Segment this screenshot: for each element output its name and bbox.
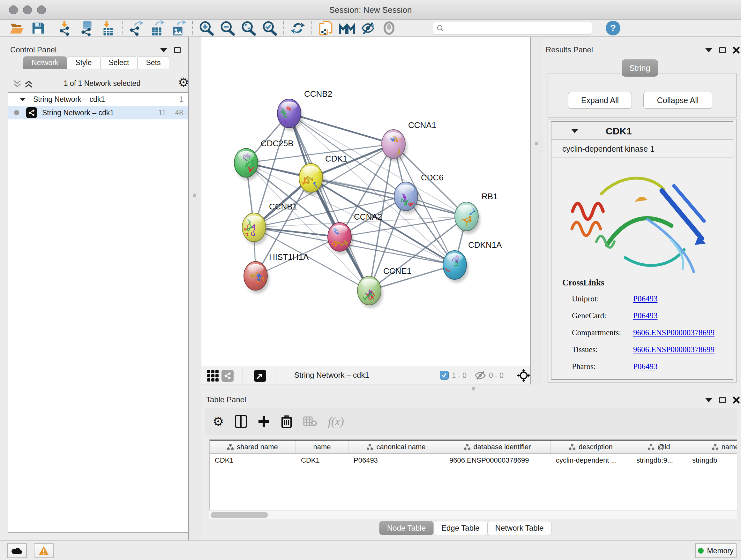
float-panel-icon[interactable] [719, 47, 726, 53]
collapse-panel-icon[interactable] [705, 398, 712, 402]
graph-edge-CCNB2-CCNE1[interactable] [289, 113, 369, 291]
import-network-from-database-button[interactable] [78, 20, 96, 36]
tab-select[interactable]: Select [100, 56, 138, 69]
graph-node-CCNE1[interactable] [357, 276, 383, 308]
network-options-gear-icon[interactable]: ⚙ [178, 75, 189, 89]
refresh-view-button[interactable] [289, 20, 307, 36]
graph-node-CDC25B[interactable] [234, 148, 260, 180]
table-row[interactable]: CDK1CDK1P064939606.ENSP00000378699cyclin… [210, 454, 737, 467]
crosslink-value-link[interactable]: 9606.ENSP00000378699 [633, 328, 715, 337]
window-title: Session: New Session [0, 5, 741, 15]
close-panel-icon[interactable] [733, 396, 740, 403]
column-header-shared-name[interactable]: shared name [210, 441, 296, 453]
open-view-in-window-icon[interactable] [254, 370, 266, 382]
fit-selected-crosshair-icon[interactable] [517, 369, 530, 382]
tab-node-table[interactable]: Node Table [379, 521, 434, 535]
tab-string[interactable]: String [622, 59, 658, 77]
column-header-namespace[interactable]: namespace [687, 441, 737, 453]
import-network-button[interactable] [57, 20, 75, 36]
network-canvas[interactable]: CCNB2CCNA1CDC25BCDK1CDC6RB1CCNB1CCNA2CDK… [201, 37, 530, 366]
selected-count-checkbox[interactable] [440, 371, 449, 380]
zoom-fit-button[interactable] [240, 20, 258, 36]
horizontal-splitter-handle[interactable] [472, 387, 475, 390]
table-cell: P06493 [348, 454, 444, 467]
export-network-button[interactable] [127, 20, 145, 36]
collapse-all-networks-icon[interactable] [13, 80, 22, 88]
import-table-button[interactable] [99, 20, 117, 36]
expand-all-networks-icon[interactable] [24, 80, 33, 88]
collapse-entry-icon[interactable] [571, 129, 578, 133]
string-protein-query-icon[interactable] [338, 20, 356, 36]
graph-node-RB1[interactable] [455, 202, 480, 234]
column-header-database-identifier[interactable]: database identifier [444, 441, 551, 453]
show-columns-icon[interactable] [235, 415, 247, 428]
crosslink-label: GeneCard: [572, 311, 606, 320]
collapse-all-button[interactable]: Collapse All [643, 92, 712, 109]
graph-node-CCNB2[interactable] [277, 99, 303, 131]
graph-edge-CDKN1A-CCNE1[interactable] [369, 265, 455, 291]
graph-node-CCNA2[interactable] [328, 223, 353, 254]
birds-eye-view-icon[interactable] [207, 370, 219, 382]
create-column-icon[interactable] [258, 415, 270, 428]
tab-sets[interactable]: Sets [137, 56, 169, 69]
expand-all-button[interactable]: Expand All [568, 92, 632, 109]
network-row[interactable]: String Network – cdk1 11 48 [8, 106, 191, 119]
delete-column-icon[interactable] [281, 415, 292, 428]
graph-node-CDKN1A[interactable] [439, 251, 468, 283]
shared-column-icon [227, 444, 233, 450]
table-h-scrollbar-thumb[interactable] [211, 512, 268, 518]
tab-edge-table[interactable]: Edge Table [433, 521, 488, 535]
crosslink-value-link[interactable]: P06493 [633, 362, 657, 371]
open-session-button[interactable] [8, 20, 26, 36]
graph-node-HIST1H1A[interactable] [244, 261, 269, 294]
column-header--id[interactable]: @id [631, 441, 687, 453]
column-header-canonical-name[interactable]: canonical name [348, 441, 444, 453]
column-header-name[interactable]: name [296, 441, 348, 453]
network-label: String Network – cdk1 [42, 109, 114, 117]
network-share-icon[interactable] [221, 370, 233, 382]
right-splitter[interactable] [530, 37, 543, 393]
collapse-panel-icon[interactable] [705, 48, 712, 52]
zoom-selected-button[interactable] [261, 20, 279, 36]
table-cell: stringdb:9... [631, 454, 687, 467]
export-image-button[interactable] [170, 20, 187, 36]
collapse-panel-icon[interactable] [160, 48, 167, 52]
zoom-in-button[interactable] [198, 20, 215, 36]
crosslink-value-link[interactable]: 9606.ENSP00000378699 [633, 345, 715, 354]
tree-expand-icon[interactable] [20, 98, 26, 101]
tab-network[interactable]: Network [23, 56, 67, 69]
float-panel-icon[interactable] [719, 397, 726, 403]
search-input[interactable] [433, 22, 592, 35]
column-header-description[interactable]: description [551, 441, 631, 453]
table-panel-title: Table Panel [206, 395, 246, 404]
cloud-button[interactable] [7, 543, 27, 558]
crosslink-value-link[interactable]: P06493 [633, 294, 657, 303]
left-splitter-handle[interactable] [193, 193, 196, 197]
table-options-gear-icon[interactable]: ⚙ [212, 414, 224, 429]
graph-edge-CCNB2-CCNA1[interactable] [289, 113, 394, 144]
help-button[interactable]: ? [606, 21, 620, 36]
right-splitter-handle[interactable] [535, 142, 538, 145]
table-h-scrollbar[interactable] [209, 510, 737, 519]
shared-column-icon [648, 444, 654, 450]
warnings-button[interactable] [34, 543, 54, 558]
graph-edge-CDC6-CCNB1[interactable] [254, 196, 406, 227]
zoom-out-button[interactable] [219, 20, 237, 36]
network-node-count: 11 [158, 109, 166, 117]
export-table-button[interactable] [148, 20, 166, 36]
left-splitter[interactable] [188, 37, 201, 540]
crosslinks-title: CrossLinks [562, 278, 604, 288]
save-session-button[interactable] [29, 20, 47, 36]
crosslinks-list: Uniprot:P06493GeneCard:P06493Compartment… [551, 291, 733, 376]
tab-style[interactable]: Style [67, 56, 100, 69]
clone-network-button[interactable] [317, 20, 335, 36]
network-collection-row[interactable]: String Network – cdk1 1 [8, 92, 191, 106]
crosslink-value-link[interactable]: P06493 [633, 311, 657, 320]
tab-network-table[interactable]: Network Table [487, 521, 552, 535]
hide-unhide-icon[interactable] [359, 20, 377, 36]
memory-button[interactable]: Memory [695, 543, 737, 558]
close-panel-icon[interactable] [733, 47, 740, 54]
float-panel-icon[interactable] [174, 47, 181, 53]
eye-icon[interactable] [380, 20, 398, 36]
node-result-header[interactable]: CDK1 [551, 122, 733, 140]
